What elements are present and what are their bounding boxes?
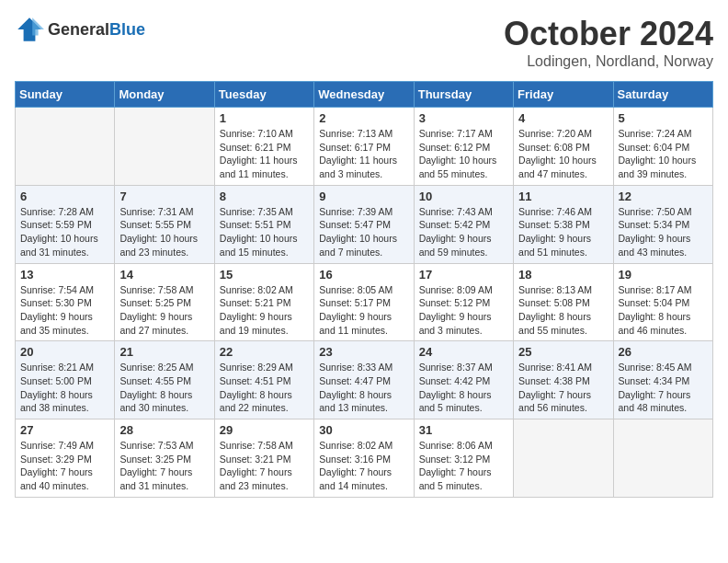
day-number: 7 [119, 190, 209, 203]
day-info: Sunrise: 8:06 AMSunset: 3:12 PMDaylight:… [419, 439, 508, 493]
day-number: 20 [20, 345, 109, 359]
day-number: 24 [419, 345, 508, 359]
weekday-header-friday: Friday [514, 82, 613, 108]
logo-icon [15, 15, 44, 44]
day-number: 31 [419, 423, 508, 437]
weekday-header-row: SundayMondayTuesdayWednesdayThursdayFrid… [16, 82, 713, 108]
calendar-cell: 21Sunrise: 8:25 AMSunset: 4:55 PMDayligh… [115, 341, 214, 419]
day-info: Sunrise: 7:58 AMSunset: 3:21 PMDaylight:… [220, 439, 309, 493]
day-info: Sunrise: 8:45 AMSunset: 4:34 PMDaylight:… [619, 361, 708, 415]
calendar-cell: 15Sunrise: 8:02 AMSunset: 5:21 PMDayligh… [214, 263, 313, 341]
day-number: 1 [220, 111, 309, 125]
calendar-cell: 28Sunrise: 7:53 AMSunset: 3:25 PMDayligh… [115, 419, 214, 498]
calendar: SundayMondayTuesdayWednesdayThursdayFrid… [15, 81, 713, 498]
week-row-3: 13Sunrise: 7:54 AMSunset: 5:30 PMDayligh… [16, 263, 713, 341]
day-info: Sunrise: 7:49 AMSunset: 3:29 PMDaylight:… [20, 439, 109, 493]
weekday-header-saturday: Saturday [613, 82, 712, 108]
day-number: 21 [119, 345, 209, 359]
calendar-cell: 16Sunrise: 8:05 AMSunset: 5:17 PMDayligh… [314, 263, 414, 341]
calendar-cell: 22Sunrise: 8:29 AMSunset: 4:51 PMDayligh… [214, 341, 313, 419]
day-number: 8 [220, 190, 309, 203]
calendar-cell: 17Sunrise: 8:09 AMSunset: 5:12 PMDayligh… [414, 263, 513, 341]
day-number: 18 [518, 268, 608, 282]
day-number: 29 [220, 423, 309, 437]
day-number: 17 [419, 268, 508, 282]
day-number: 12 [619, 190, 708, 203]
calendar-cell: 29Sunrise: 7:58 AMSunset: 3:21 PMDayligh… [214, 419, 313, 498]
day-info: Sunrise: 7:50 AMSunset: 5:34 PMDaylight:… [619, 205, 708, 259]
weekday-header-wednesday: Wednesday [314, 82, 414, 108]
title-block: October 2024 Lodingen, Nordland, Norway [504, 15, 713, 70]
day-info: Sunrise: 8:05 AMSunset: 5:17 PMDaylight:… [319, 283, 408, 338]
day-info: Sunrise: 7:39 AMSunset: 5:47 PMDaylight:… [319, 205, 408, 259]
day-info: Sunrise: 7:24 AMSunset: 6:04 PMDaylight:… [619, 127, 708, 181]
day-info: Sunrise: 7:17 AMSunset: 6:12 PMDaylight:… [419, 127, 508, 181]
day-number: 19 [619, 268, 708, 282]
day-info: Sunrise: 7:20 AMSunset: 6:08 PMDaylight:… [518, 127, 608, 181]
day-info: Sunrise: 8:41 AMSunset: 4:38 PMDaylight:… [518, 361, 608, 415]
logo-blue: Blue [109, 20, 145, 39]
svg-marker-1 [32, 17, 44, 35]
week-row-2: 6Sunrise: 7:28 AMSunset: 5:59 PMDaylight… [16, 185, 713, 263]
day-info: Sunrise: 8:37 AMSunset: 4:42 PMDaylight:… [419, 361, 508, 415]
calendar-cell: 27Sunrise: 7:49 AMSunset: 3:29 PMDayligh… [16, 419, 115, 498]
day-number: 26 [619, 345, 708, 359]
day-number: 11 [518, 190, 608, 203]
week-row-4: 20Sunrise: 8:21 AMSunset: 5:00 PMDayligh… [16, 341, 713, 419]
day-info: Sunrise: 7:31 AMSunset: 5:55 PMDaylight:… [119, 205, 209, 259]
day-number: 25 [518, 345, 608, 359]
weekday-header-tuesday: Tuesday [214, 82, 313, 108]
day-number: 4 [518, 111, 608, 125]
day-number: 28 [119, 423, 209, 437]
week-row-5: 27Sunrise: 7:49 AMSunset: 3:29 PMDayligh… [16, 419, 713, 498]
day-info: Sunrise: 7:58 AMSunset: 5:25 PMDaylight:… [119, 283, 209, 338]
weekday-header-sunday: Sunday [16, 82, 115, 108]
calendar-cell: 10Sunrise: 7:43 AMSunset: 5:42 PMDayligh… [414, 185, 513, 263]
calendar-cell: 24Sunrise: 8:37 AMSunset: 4:42 PMDayligh… [414, 341, 513, 419]
day-info: Sunrise: 8:09 AMSunset: 5:12 PMDaylight:… [419, 283, 508, 338]
day-info: Sunrise: 7:54 AMSunset: 5:30 PMDaylight:… [20, 283, 109, 338]
day-info: Sunrise: 8:25 AMSunset: 4:55 PMDaylight:… [119, 361, 209, 415]
calendar-cell: 31Sunrise: 8:06 AMSunset: 3:12 PMDayligh… [414, 419, 513, 498]
day-number: 3 [419, 111, 508, 125]
weekday-header-thursday: Thursday [414, 82, 513, 108]
day-number: 15 [220, 268, 309, 282]
day-number: 22 [220, 345, 309, 359]
calendar-cell: 13Sunrise: 7:54 AMSunset: 5:30 PMDayligh… [16, 263, 115, 341]
calendar-cell: 20Sunrise: 8:21 AMSunset: 5:00 PMDayligh… [16, 341, 115, 419]
day-info: Sunrise: 7:13 AMSunset: 6:17 PMDaylight:… [319, 127, 408, 181]
calendar-cell: 23Sunrise: 8:33 AMSunset: 4:47 PMDayligh… [314, 341, 414, 419]
calendar-cell: 25Sunrise: 8:41 AMSunset: 4:38 PMDayligh… [514, 341, 613, 419]
page-header: GeneralBlue October 2024 Lodingen, Nordl… [15, 15, 713, 70]
calendar-cell: 11Sunrise: 7:46 AMSunset: 5:38 PMDayligh… [514, 185, 613, 263]
day-info: Sunrise: 7:53 AMSunset: 3:25 PMDaylight:… [119, 439, 209, 493]
calendar-cell [514, 419, 613, 498]
calendar-cell [16, 108, 115, 186]
day-number: 5 [619, 111, 708, 125]
day-number: 2 [319, 111, 408, 125]
day-number: 27 [20, 423, 109, 437]
location: Lodingen, Nordland, Norway [504, 53, 713, 70]
day-info: Sunrise: 8:02 AMSunset: 3:16 PMDaylight:… [319, 439, 408, 493]
day-info: Sunrise: 8:29 AMSunset: 4:51 PMDaylight:… [220, 361, 309, 415]
day-info: Sunrise: 8:21 AMSunset: 5:00 PMDaylight:… [20, 361, 109, 415]
calendar-cell: 4Sunrise: 7:20 AMSunset: 6:08 PMDaylight… [514, 108, 613, 186]
month-title: October 2024 [504, 15, 713, 53]
calendar-cell: 5Sunrise: 7:24 AMSunset: 6:04 PMDaylight… [613, 108, 712, 186]
day-number: 16 [319, 268, 408, 282]
day-number: 9 [319, 190, 408, 203]
calendar-cell: 26Sunrise: 8:45 AMSunset: 4:34 PMDayligh… [613, 341, 712, 419]
day-number: 30 [319, 423, 408, 437]
day-info: Sunrise: 7:43 AMSunset: 5:42 PMDaylight:… [419, 205, 508, 259]
calendar-cell: 7Sunrise: 7:31 AMSunset: 5:55 PMDaylight… [115, 185, 214, 263]
calendar-cell: 9Sunrise: 7:39 AMSunset: 5:47 PMDaylight… [314, 185, 414, 263]
calendar-cell: 8Sunrise: 7:35 AMSunset: 5:51 PMDaylight… [214, 185, 313, 263]
day-info: Sunrise: 8:02 AMSunset: 5:21 PMDaylight:… [220, 283, 309, 338]
day-info: Sunrise: 8:17 AMSunset: 5:04 PMDaylight:… [619, 283, 708, 338]
day-info: Sunrise: 8:33 AMSunset: 4:47 PMDaylight:… [319, 361, 408, 415]
calendar-cell: 2Sunrise: 7:13 AMSunset: 6:17 PMDaylight… [314, 108, 414, 186]
logo-general: General [48, 20, 109, 39]
calendar-cell: 14Sunrise: 7:58 AMSunset: 5:25 PMDayligh… [115, 263, 214, 341]
day-info: Sunrise: 7:28 AMSunset: 5:59 PMDaylight:… [20, 205, 109, 259]
day-number: 23 [319, 345, 408, 359]
